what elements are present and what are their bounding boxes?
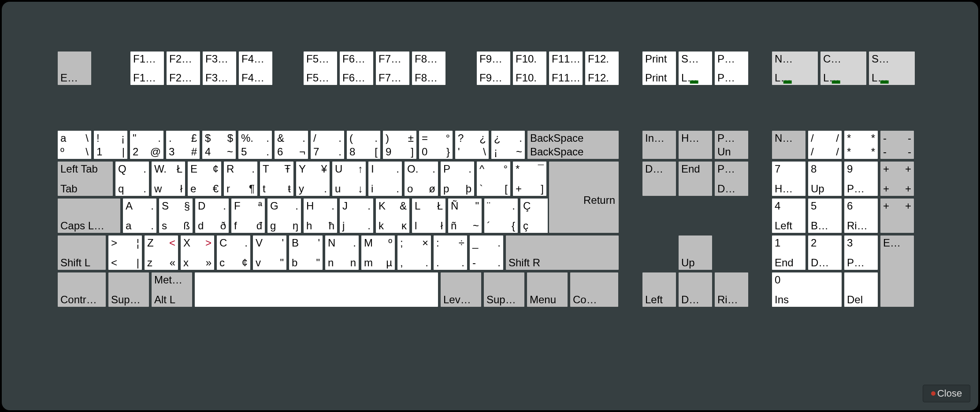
- key-k-t[interactable]: TŦtŧ: [259, 160, 295, 197]
- key-kp8[interactable]: 8Up: [807, 160, 843, 197]
- key-k-brr[interactable]: *¯+]: [512, 160, 548, 197]
- key-k-6[interactable]: &.6¬: [273, 129, 309, 160]
- key-bksp[interactable]: BackSpaceBackSpace: [526, 129, 620, 160]
- key-f4[interactable]: F4…F4…: [238, 50, 274, 86]
- key-k-r[interactable]: R.r¶: [223, 160, 259, 197]
- key-del[interactable]: D…: [641, 160, 677, 197]
- key-lvl3[interactable]: Lev…: [439, 271, 483, 308]
- key-k-m[interactable]: Mºmµ: [360, 234, 396, 271]
- key-f3[interactable]: F3…F3…: [201, 50, 238, 86]
- key-menu[interactable]: Menu: [526, 271, 569, 308]
- key-space[interactable]: [193, 271, 439, 308]
- key-nl[interactable]: N…: [771, 129, 807, 160]
- key-k-3[interactable]: .£3#: [165, 129, 201, 160]
- key-k-ltgt[interactable]: >¦<|: [107, 234, 143, 271]
- key-k-0[interactable]: =°0}: [418, 129, 454, 160]
- key-kp9[interactable]: 9P…: [843, 160, 879, 197]
- key-lalt[interactable]: Met…Alt L: [150, 271, 193, 308]
- key-f11[interactable]: F11…F11…: [548, 50, 584, 86]
- key-k-period[interactable]: :÷..: [432, 234, 468, 271]
- key-rctrl[interactable]: Co…: [569, 271, 620, 308]
- key-caplk[interactable]: C…L…▂: [819, 50, 868, 86]
- key-kpdot[interactable]: Del: [843, 271, 879, 308]
- key-lctrl[interactable]: Contr…: [56, 271, 107, 308]
- key-kpent[interactable]: E…: [879, 234, 915, 308]
- key-kp7[interactable]: 7H…: [771, 160, 807, 197]
- key-f12[interactable]: F12.F12.: [584, 50, 620, 86]
- key-k-1[interactable]: !¡1|: [93, 129, 129, 160]
- key-k-5[interactable]: %..5.: [237, 129, 273, 160]
- key-scrl[interactable]: S…L…▂: [677, 50, 713, 86]
- key-k-v[interactable]: V'v": [252, 234, 288, 271]
- key-kp-mul[interactable]: ****: [843, 129, 879, 160]
- key-k-z[interactable]: Z<z«: [143, 234, 179, 271]
- key-kp-div[interactable]: ////: [807, 129, 843, 160]
- key-k-grave[interactable]: a\º\: [56, 129, 93, 160]
- key-kp-add[interactable]: ++++: [879, 160, 915, 197]
- key-k-a[interactable]: A.a.: [122, 197, 158, 234]
- key-esc[interactable]: E…: [56, 50, 93, 86]
- key-k-o[interactable]: O..oø: [403, 160, 439, 197]
- key-rshift[interactable]: Shift R: [505, 234, 620, 271]
- key-right[interactable]: Ri…: [713, 271, 750, 308]
- key-f2[interactable]: F2…F2…: [165, 50, 201, 86]
- key-pause[interactable]: P…P…: [713, 50, 750, 86]
- key-k-x[interactable]: X>x»: [179, 234, 215, 271]
- key-k-eql[interactable]: ¿.¡~: [490, 129, 526, 160]
- key-kp0[interactable]: 0Ins: [771, 271, 843, 308]
- key-pgdn[interactable]: P…D…: [713, 160, 750, 197]
- key-k-comma[interactable]: ;×,.: [396, 234, 432, 271]
- key-down[interactable]: D…: [677, 271, 713, 308]
- key-k-8[interactable]: (.8[: [345, 129, 382, 160]
- key-k-d[interactable]: D.dð: [194, 197, 230, 234]
- key-k-7[interactable]: /.7.: [309, 129, 345, 160]
- key-scrlk[interactable]: S…L…▂: [868, 50, 916, 86]
- key-k-c[interactable]: C.c¢: [215, 234, 252, 271]
- key-f8[interactable]: F8…F8…: [411, 50, 447, 86]
- key-k-u[interactable]: U↑u↓: [331, 160, 367, 197]
- key-k-2[interactable]: ".2@: [129, 129, 165, 160]
- key-k-brl[interactable]: ^°`[: [475, 160, 512, 197]
- key-k-quote[interactable]: ¨.´{: [483, 197, 519, 234]
- key-k-q[interactable]: Q.q.: [114, 160, 150, 197]
- key-k-b[interactable]: B'b": [288, 234, 324, 271]
- key-kp1[interactable]: 1End: [771, 234, 807, 271]
- key-lsup[interactable]: Sup…: [107, 271, 150, 308]
- key-home[interactable]: H…: [677, 129, 713, 160]
- key-k-e[interactable]: E¢e€: [186, 160, 223, 197]
- key-k-g[interactable]: G.gŋ: [266, 197, 302, 234]
- key-f1[interactable]: F1…F1…: [129, 50, 165, 86]
- key-kp5[interactable]: 5B…: [807, 197, 843, 234]
- key-k-minus[interactable]: ?¿'\: [454, 129, 490, 160]
- key-f7[interactable]: F7…F7…: [375, 50, 411, 86]
- key-k-semi[interactable]: Ñ"ñ~: [447, 197, 483, 234]
- key-f9[interactable]: F9…F9…: [475, 50, 512, 86]
- close-button[interactable]: Close: [923, 385, 970, 402]
- key-k-j[interactable]: J.j.: [338, 197, 375, 234]
- key-k-9[interactable]: )±9]: [382, 129, 418, 160]
- key-k-f[interactable]: Fªfđ: [230, 197, 266, 234]
- key-up[interactable]: Up: [677, 234, 713, 271]
- key-ins[interactable]: In…: [641, 129, 677, 160]
- key-numlk[interactable]: N…L…▂: [771, 50, 819, 86]
- key-f5[interactable]: F5…F5…: [302, 50, 338, 86]
- key-pgup[interactable]: P…Un: [713, 129, 750, 160]
- key-k-y[interactable]: Y¥y.: [295, 160, 331, 197]
- key-k-s[interactable]: S§sß: [158, 197, 194, 234]
- key-k-h[interactable]: H.hħ: [302, 197, 338, 234]
- key-k-w[interactable]: W.Łwł: [150, 160, 186, 197]
- key-kp-add2[interactable]: ++: [879, 197, 915, 234]
- key-kp6[interactable]: 6Ri…: [843, 197, 879, 234]
- key-k-l[interactable]: LŁlł: [411, 197, 447, 234]
- key-kp3[interactable]: 3P…: [843, 234, 879, 271]
- key-left[interactable]: Left: [641, 271, 677, 308]
- key-kp4[interactable]: 4Left: [771, 197, 807, 234]
- key-return[interactable]: Return: [548, 160, 620, 234]
- key-k-i[interactable]: I.i.: [367, 160, 403, 197]
- key-kp-sub[interactable]: ----: [879, 129, 915, 160]
- key-kp2[interactable]: 2D…: [807, 234, 843, 271]
- key-k-p[interactable]: P.pþ: [439, 160, 475, 197]
- key-k-4[interactable]: $$4~: [201, 129, 237, 160]
- key-end[interactable]: End: [677, 160, 713, 197]
- key-f6[interactable]: F6…F6…: [338, 50, 375, 86]
